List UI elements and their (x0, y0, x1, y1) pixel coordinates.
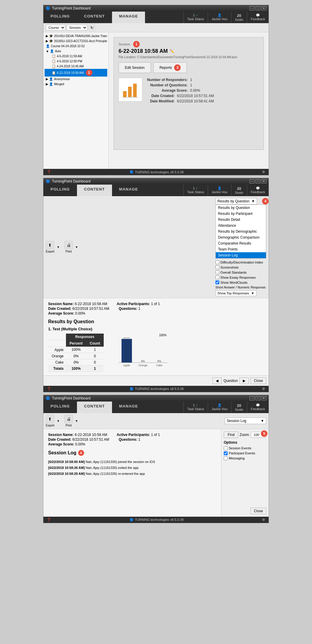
tab-content-2[interactable]: CONTENT (77, 185, 112, 196)
meta-row-score: Average Score: 0.00% (48, 311, 264, 315)
course-dropdown[interactable]: Course (46, 25, 65, 31)
menu-item-attendance[interactable]: Attendance (216, 223, 266, 229)
percent-header: Percent (66, 340, 86, 347)
export-dropdown-arrow-3[interactable]: ▼ (57, 419, 60, 423)
feedback-info-2: 💬 Feedback (247, 185, 269, 196)
difficulty-checkbox[interactable] (215, 260, 219, 264)
session-events-checkbox[interactable] (224, 446, 228, 450)
settings-icon[interactable]: ⚙ (262, 170, 265, 174)
screenshots-checkbox[interactable] (215, 265, 219, 269)
tab-manage[interactable]: MANAGE (112, 12, 145, 23)
report-type-selector: Results by Question ▼ Results by Questio… (215, 198, 266, 296)
statusbar-3: ❓ 🔵 TURNING technologies v8.5.0.39 ⚙ (43, 517, 269, 523)
tree-item-auto[interactable]: ▼👤Auto (45, 49, 107, 54)
menu-item-results-detail[interactable]: Results Detail (216, 217, 266, 223)
maximize-button-2[interactable]: □ (256, 179, 260, 183)
close-button-2[interactable]: ✕ (261, 179, 266, 183)
settings-icon-3[interactable]: ⚙ (262, 518, 265, 522)
menu-item-team-points[interactable]: Team Points (216, 246, 266, 252)
edit-session-button[interactable]: Edit Session (119, 62, 151, 73)
settings-icon-2[interactable]: ⚙ (262, 387, 265, 391)
tp-logo-icon-2: 🔵 (46, 179, 50, 183)
maximize-button[interactable]: □ (256, 6, 260, 10)
tree-item-course3[interactable]: 👤Course 04-24-2018 10 52 (45, 44, 107, 49)
orange-percent: 0% (66, 353, 86, 359)
find-button[interactable]: Find (224, 432, 238, 438)
apple-count: 1 (86, 347, 104, 353)
responders-row: Number of Responders: 1 (147, 78, 214, 82)
options-title: Options (224, 440, 266, 445)
refresh-button[interactable]: ↻ (89, 24, 95, 31)
print-dropdown-arrow-3[interactable]: ▼ (75, 419, 78, 423)
menu-item-demographic-comparison[interactable]: Demographic Comparison (216, 234, 266, 240)
export-button-3[interactable]: ⬆ Export (46, 415, 54, 427)
menu-item-results-by-participant[interactable]: Results by Participant (216, 211, 266, 217)
close-button-session-log[interactable]: Close (250, 508, 266, 514)
tab-polling-3[interactable]: POLLING (43, 402, 77, 413)
tree-item-course2[interactable]: ▶🎓2018SU-1023-ACCT2331-Acct Principles 1… (45, 39, 107, 44)
jackie-info-3: 👤 Jackie Hsu (208, 402, 231, 413)
menu-item-session-log[interactable]: Session Log (216, 252, 266, 258)
participant-events-checkbox[interactable] (224, 451, 228, 455)
task-status-label: Task Status (187, 17, 204, 21)
statusbar-2: ❓ 🔵 TURNING technologies v8.5.0.39 ⚙ (43, 386, 269, 392)
close-button-3[interactable]: ✕ (261, 396, 266, 400)
menu-item-comparative-results[interactable]: Comparative Results (216, 240, 266, 246)
window-title: TurningPoint Dashboard (52, 6, 91, 10)
tree-item-anonymous[interactable]: ▶👤Anonymous (45, 77, 107, 82)
minimize-button[interactable]: ─ (250, 6, 254, 10)
tab-content-3[interactable]: CONTENT (77, 402, 112, 413)
seats-info-3: 20 Seats (231, 402, 247, 413)
callout-4-container: 4 (261, 198, 269, 204)
svg-rect-0 (123, 91, 127, 97)
messaging-row: Messaging (224, 456, 266, 460)
window-1: 🔵 TurningPoint Dashboard ─ □ ✕ POLLING C… (43, 5, 269, 175)
edit-icon: ✏️ (170, 49, 174, 53)
tree-item-merged[interactable]: ▶👤Merged (45, 82, 107, 87)
messaging-checkbox[interactable] (224, 456, 228, 460)
show-wordclouds-checkbox[interactable] (215, 280, 219, 284)
version-label: v8.5.0.39 (170, 170, 184, 174)
reports-button[interactable]: Reports 3 (153, 62, 187, 73)
results-table-container: Responses Percent Count Apple 100% 1 (48, 334, 104, 372)
menu-item-results-by-demographic[interactable]: Results by Demographic (216, 229, 266, 234)
prev-question-button[interactable]: ◀ (212, 377, 222, 384)
print-button-3[interactable]: 🖨 Print (64, 415, 73, 427)
overall-standards-checkbox[interactable] (215, 270, 219, 274)
tab-manage-3[interactable]: MANAGE (112, 402, 145, 413)
export-dropdown-arrow[interactable]: ▼ (57, 245, 60, 249)
chart-area: Number of Responders: 1 Number of Questi… (119, 78, 259, 104)
report-type-dropdown[interactable]: Results by Question ▼ (215, 198, 257, 204)
minimize-button-2[interactable]: ─ (250, 179, 254, 183)
callout-3: 3 (174, 64, 181, 71)
show-top-responses-dropdown[interactable]: Show Top Responses ▼ (215, 290, 256, 296)
show-essay-checkbox[interactable] (215, 275, 219, 279)
maximize-button-3[interactable]: □ (256, 396, 260, 400)
orange-label: Orange (48, 353, 66, 359)
session-log-dropdown[interactable]: Session Log ▼ (225, 418, 266, 424)
tree-item-session1[interactable]: 📋4-5-2018 11:59 AM (45, 54, 107, 59)
session-dropdown[interactable]: Session (67, 25, 87, 31)
tree-item-session4-selected[interactable]: 📋6-22-2018 10:58 AM 2 (45, 69, 107, 77)
tab-polling-2[interactable]: POLLING (43, 185, 77, 196)
tab-polling[interactable]: POLLING (43, 12, 77, 23)
tree-item-course1[interactable]: ▶🎓2014SU-DEVA-TRAIN1000-Jackie Training … (45, 34, 107, 39)
print-button[interactable]: 🖨 Print (64, 241, 73, 253)
tab-manage-2[interactable]: MANAGE (112, 185, 145, 196)
tree-item-session2[interactable]: 📋4-5-2018 12:00 PM (45, 59, 107, 64)
menu-item-results-by-question[interactable]: Results by Question (216, 205, 266, 211)
export-icon: ⬆ (46, 241, 54, 249)
minimize-button-3[interactable]: ─ (250, 396, 254, 400)
tp-logo-icon-3: 🔵 (46, 396, 50, 400)
export-button[interactable]: ⬆ Export (46, 241, 54, 253)
responses-header: Responses (66, 334, 104, 340)
report-type-selector-3: Session Log ▼ (225, 418, 266, 424)
print-dropdown-arrow[interactable]: ▼ (75, 245, 78, 249)
tree-item-session3[interactable]: 📋4-24-2018 10:45 AM (45, 64, 107, 69)
close-button[interactable]: ✕ (261, 6, 266, 10)
show-essay-checkbox-row: Show Essay Responses (215, 275, 266, 279)
reports-toolbar: ⬆ Export ▼ 🖨 Print ▼ Results by Question… (43, 196, 269, 298)
tab-content[interactable]: CONTENT (77, 12, 112, 23)
next-question-button[interactable]: ▶ (239, 377, 249, 384)
close-button-reports[interactable]: Close (250, 377, 266, 384)
